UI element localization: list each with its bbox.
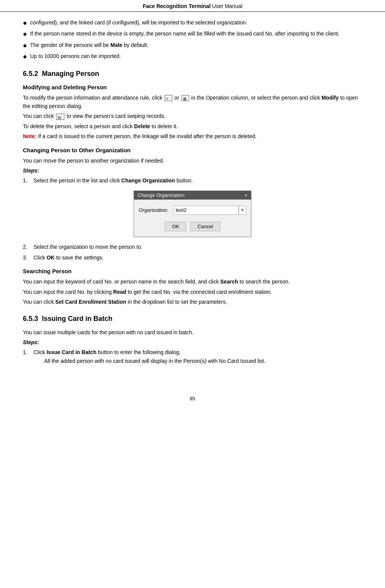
issuing-step1-sub: All the added person with no card issued… [44,358,266,364]
change-organization-dialog: Change Organization × Organization: test… [133,190,252,237]
delete-label: Delete [134,123,150,129]
modifying-para3: To delete the person, select a person an… [23,122,362,130]
page-number: 85 [190,396,195,401]
searching-para2-start: You can input the card No. by clicking [23,289,112,295]
issuing-step-number-1: 1. [23,348,34,356]
issuing-steps-label: Steps: [23,338,362,346]
searching-heading: Searching Person [23,268,362,274]
issuing-steps: 1. Click Issue Card in Batch button to e… [23,348,362,365]
modifying-note: Note: If a card is issued to the current… [23,132,362,140]
step3-bold: OK [47,255,55,261]
modifying-para2: You can click to view the person’s card … [23,112,362,120]
section-653-number: 6.5.3 [23,315,38,322]
card-swipe-icon [56,114,64,120]
page-footer: 85 [0,396,385,401]
bullet-text-2: If the person name stored in the device … [30,30,339,38]
dialog-body: Organization: test2 ▼ OK Cancel [134,200,251,237]
issue-card-batch-bold: Issue Card in Batch [47,349,96,355]
dialog-titlebar: Change Organization × [134,191,251,200]
bullet-icon: ● [23,52,27,61]
modifying-para2-end: to view the person’s card swiping record… [67,113,166,119]
attendance-icon [181,95,189,101]
changing-steps-2-3: 2. Select the organization to move the p… [23,243,362,262]
list-item: ● If the person name stored in the devic… [23,30,362,39]
bullet-text-3: The gender of the persons will be Male b… [30,41,149,49]
modifying-para3-start: To delete the person, select a person an… [23,123,133,129]
issuing-step1-end: button to enter the following dialog. [98,349,181,355]
step3-start: Click [34,255,45,261]
header-title-bold: Face Recognition Terminal [143,3,210,9]
bullet-icon: ● [23,30,27,39]
dialog-org-input[interactable]: test2 [173,206,239,215]
search-bold: Search [220,279,238,285]
set-card-bold: Set Card Enrollment Station [55,299,126,305]
modifying-para2-start: You can click [23,113,54,119]
modifying-para1-end: in the Operation column, or select the p… [191,95,320,101]
bullet-text-4: Up to 10000 persons can be imported. [30,52,121,60]
searching-para3: You can click Set Card Enrollment Statio… [23,298,362,306]
step-number-1: 1. [23,176,34,185]
changing-steps-label: Steps: [23,166,362,175]
section-653-heading: 6.5.3 Issuing Card in Batch [23,315,362,323]
list-item: ● Up to 10000 persons can be imported. [23,52,362,61]
bullet-icon: ● [23,19,27,27]
list-item: ● configured), and the linked card (if c… [23,19,362,27]
dialog-title: Change Organization [138,192,184,198]
changing-step2: 2. Select the organization to move the p… [23,243,362,251]
dropdown-arrow-icon[interactable]: ▼ [239,206,246,215]
searching-para2-end: to get the card No. via the connected ca… [128,289,272,295]
modifying-para1: To modify the person information and att… [23,93,362,111]
searching-para3-end: in the dropdown list to set the paramete… [128,299,227,305]
changing-step1-text: Select the person in the list and click … [34,176,193,185]
bullet-text-1: configured), and the linked card (if con… [30,19,247,27]
step1-bold: Change Organization [121,177,175,184]
page-header: Face Recognition Terminal User Manual [0,0,385,12]
changing-para1: You can move the person to another organ… [23,156,362,165]
searching-para2: You can input the card No. by clicking R… [23,288,362,296]
section-652-number: 6.5.2 [23,70,38,77]
changing-steps: 1. Select the person in the list and cli… [23,176,362,185]
note-text: If a card is issued to the current perso… [38,133,257,139]
issuing-para1: You can issue multiple cards for the per… [23,328,362,337]
modifying-para1-modify: Modify [321,95,338,101]
modifying-para1-or: or [175,95,179,101]
section-652-heading: 6.5.2 Managing Person [23,70,362,78]
step-number-2: 2. [23,243,34,251]
step1-start: Select the person in the list and click [34,177,120,184]
dialog-close-icon[interactable]: × [244,192,247,198]
searching-para1-start: You can input the keyword of card No. or… [23,279,219,285]
dialog-cancel-button[interactable]: Cancel [190,222,220,231]
modifying-para3-end: to delete it. [152,123,178,129]
changing-step1: 1. Select the person in the list and cli… [23,176,362,185]
modifying-heading: Modifying and Deleting Person [23,84,362,90]
step-number-3: 3. [23,253,34,262]
changing-step2-text: Select the organization to move the pers… [34,243,143,251]
searching-para3-start: You can click [23,299,54,305]
changing-step3: 3. Click OK to save the settings. [23,253,362,262]
section-653-title: Issuing Card in Batch [42,315,112,322]
section-652-title: Managing Person [42,70,99,77]
step3-end: to save the settings. [56,255,104,261]
dialog-ok-button[interactable]: OK [165,222,186,231]
dialog-field-row: Organization: test2 ▼ [139,206,246,215]
issuing-step1-start: Click [34,349,45,355]
header-title-normal: User Manual [210,3,242,9]
note-label: Note: [23,133,37,139]
read-bold: Read [113,289,126,295]
page-content: ● configured), and the linked card (if c… [0,19,385,384]
searching-para1-end: to search the person. [239,279,290,285]
issuing-step1-text: Click Issue Card in Batch button to ente… [34,348,266,365]
bullet-icon: ● [23,41,27,50]
changing-heading: Changing Person to Other Organization [23,147,362,153]
intro-bullet-list: ● configured), and the linked card (if c… [23,19,362,61]
issuing-step1: 1. Click Issue Card in Batch button to e… [23,348,362,365]
searching-para1: You can input the keyword of card No. or… [23,277,362,286]
dialog-org-label: Organization: [139,207,173,213]
edit-icon [165,95,172,101]
step1-end: button. [176,177,193,184]
changing-step3-text: Click OK to save the settings. [34,253,104,262]
dialog-buttons: OK Cancel [139,220,246,231]
modifying-para1-start: To modify the person information and att… [23,95,162,101]
list-item: ● The gender of the persons will be Male… [23,41,362,50]
